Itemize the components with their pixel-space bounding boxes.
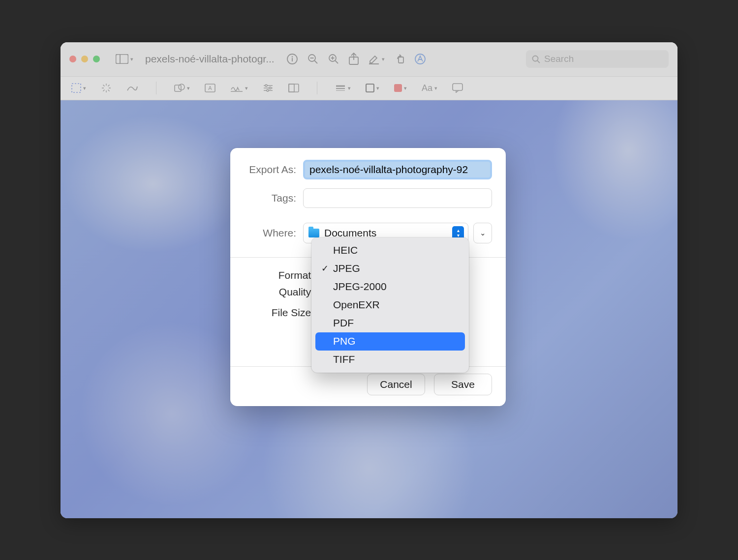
export-as-input[interactable] — [303, 160, 492, 179]
format-option-openexr[interactable]: OpenEXR — [315, 296, 465, 314]
where-value: Documents — [324, 227, 376, 239]
chevron-down-icon: ⌄ — [480, 229, 486, 237]
format-option-label: JPEG — [333, 263, 360, 274]
format-option-label: HEIC — [333, 244, 358, 256]
tags-input[interactable] — [303, 188, 492, 208]
format-option-pdf[interactable]: PDF — [315, 314, 465, 332]
format-option-label: JPEG-2000 — [333, 281, 387, 293]
format-option-label: PNG — [333, 335, 356, 347]
folder-icon — [308, 229, 319, 237]
save-button[interactable]: Save — [434, 374, 492, 395]
format-option-tiff[interactable]: TIFF — [315, 351, 465, 369]
preview-window: ▾ pexels-noé-villalta-photogr... ▾ Searc — [61, 42, 677, 518]
format-option-label: TIFF — [333, 354, 355, 365]
format-popup-menu: HEICJPEGJPEG-2000OpenEXRPDFPNGTIFF — [311, 237, 469, 373]
format-option-label: PDF — [333, 317, 354, 329]
format-option-jpeg-2000[interactable]: JPEG-2000 — [315, 278, 465, 296]
format-option-label: OpenEXR — [333, 299, 380, 311]
where-label: Where: — [244, 227, 303, 239]
cancel-button[interactable]: Cancel — [367, 374, 425, 395]
tags-label: Tags: — [244, 192, 303, 204]
expand-browse-button[interactable]: ⌄ — [473, 223, 492, 243]
export-as-label: Export As: — [244, 164, 303, 176]
format-option-png[interactable]: PNG — [315, 332, 465, 351]
format-option-jpeg[interactable]: JPEG — [315, 260, 465, 278]
format-option-heic[interactable]: HEIC — [315, 241, 465, 260]
